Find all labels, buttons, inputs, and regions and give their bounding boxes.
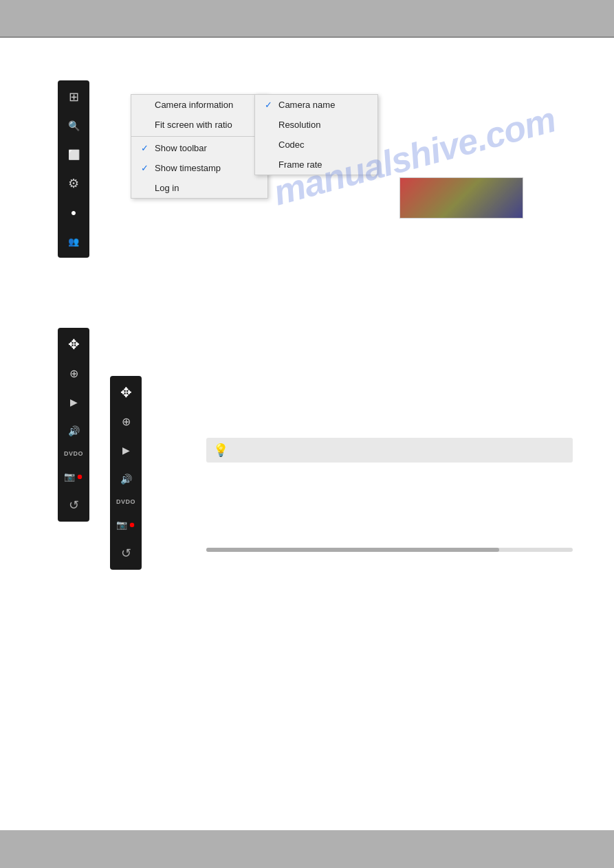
context-menu-left: Camera information › Fit screen with rat… [131,94,268,199]
menu-item-codec[interactable]: Codec [255,135,377,155]
checkmark-camera-information [141,100,151,110]
checkmark-show-toolbar: ✓ [141,143,151,153]
sidebar-btn-addcam[interactable]: ⊕ [60,359,87,387]
camera-icon: 📷 [64,471,75,482]
sidebar-btn-grid[interactable]: ⊞ [60,83,87,111]
sidebar-btn-search-cam[interactable]: 🔍 [60,112,87,140]
record-dot-icon: ⏺ [76,473,83,480]
upper-section: ⊞ 🔍 ⬜ ⚙ ● 👥 Camera information › Fit scr… [0,80,614,300]
sidebar-btn-dvdo2[interactable]: DVDO [112,494,140,509]
context-menu-area: Camera information › Fit screen with rat… [110,94,399,211]
menu-item-resolution[interactable]: Resolution [255,115,377,135]
sidebar-btn-play2[interactable]: ▶ [112,436,140,464]
sidebar-btn-photo[interactable]: 📷 ⏺ [60,463,87,490]
menu-item-resolution-label: Resolution [278,120,320,130]
menu-item-show-timestamp[interactable]: ✓ Show timestamp [131,158,267,178]
sidebar-btn-move[interactable]: ✥ [60,331,87,358]
sidebar-btn-speaker2[interactable]: 🔊 [112,465,140,493]
camera-strip [399,177,523,219]
menu-item-codec-label: Codec [278,140,305,150]
sidebar-btn-users[interactable]: 👥 [60,227,87,255]
lower-section: ✥ ⊕ ▶ 🔊 DVDO 📷 ⏺ ↺ ✥ ⊕ ▶ 🔊 DVDO 📷 ⏺ ↺ [0,328,614,795]
sidebar-upper: ⊞ 🔍 ⬜ ⚙ ● 👥 [58,80,89,258]
sidebar-btn-move2[interactable]: ✥ [112,379,140,406]
sidebar-btn-speaker[interactable]: 🔊 [60,417,87,445]
menu-item-frame-rate[interactable]: Frame rate [255,155,377,175]
menu-item-camera-information-label: Camera information [155,100,233,110]
progress-bar-container[interactable] [206,548,573,552]
checkmark-resolution [265,120,274,130]
sidebar-btn-photo2[interactable]: 📷 ⏺ [112,511,140,538]
menu-item-log-in-label: Log in [155,183,179,193]
context-menu-right: ✓ Camera name Resolution Codec Frame rat… [254,94,378,175]
menu-item-fit-screen[interactable]: Fit screen with ratio [131,115,267,135]
tip-bar: 💡 [206,438,573,463]
sidebar-lower-outer: ✥ ⊕ ▶ 🔊 DVDO 📷 ⏺ ↺ [58,328,89,522]
top-bar [0,0,614,38]
checkmark-fit-screen [141,120,151,130]
sidebar-btn-undo2[interactable]: ↺ [112,539,140,567]
tip-icon: 💡 [213,443,228,458]
menu-item-show-timestamp-label: Show timestamp [155,163,221,173]
camera-icon-2: 📷 [116,520,127,530]
menu-item-fit-screen-label: Fit screen with ratio [155,120,232,130]
progress-bar-fill [206,548,499,552]
record-dot-icon-2: ⏺ [129,521,135,528]
menu-item-camera-information[interactable]: Camera information › [131,95,267,115]
main-content: ⊞ 🔍 ⬜ ⚙ ● 👥 Camera information › Fit scr… [0,39,614,830]
menu-item-frame-rate-label: Frame rate [278,159,322,170]
menu-item-show-toolbar[interactable]: ✓ Show toolbar [131,138,267,158]
menu-item-camera-name[interactable]: ✓ Camera name [255,95,377,115]
menu-item-camera-name-label: Camera name [278,100,335,110]
checkmark-frame-rate [265,159,274,170]
checkmark-codec [265,140,274,150]
sidebar-btn-undo[interactable]: ↺ [60,491,87,519]
bottom-bar [0,830,614,868]
sidebar-btn-dvdo[interactable]: DVDO [60,446,87,461]
checkmark-camera-name: ✓ [265,100,274,110]
sidebar-btn-addcam2[interactable]: ⊕ [112,408,140,435]
sidebar-btn-gear[interactable]: ⚙ [60,170,87,197]
checkmark-show-timestamp: ✓ [141,163,151,173]
menu-item-show-toolbar-label: Show toolbar [155,143,207,153]
menu-item-log-in[interactable]: Log in [131,178,267,198]
sidebar-btn-screen[interactable]: ⬜ [60,141,87,168]
checkmark-log-in [141,183,151,193]
menu-divider-1 [131,136,267,137]
sidebar-btn-cam[interactable]: ● [60,199,87,226]
sidebar-lower-inner: ✥ ⊕ ▶ 🔊 DVDO 📷 ⏺ ↺ [110,376,142,570]
sidebar-btn-play[interactable]: ▶ [60,388,87,416]
